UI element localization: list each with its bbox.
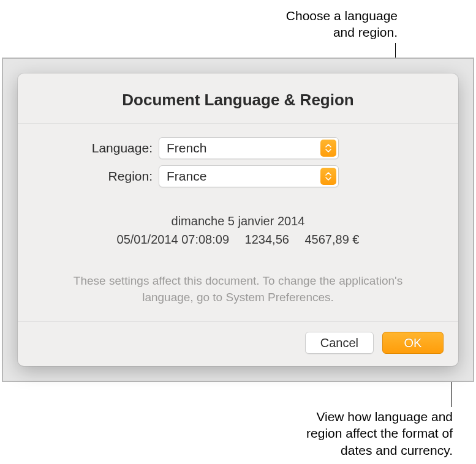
- cancel-button[interactable]: Cancel: [305, 332, 374, 354]
- chevron-up-down-icon: [320, 168, 336, 185]
- window-frame: Document Language & Region Language: Fre…: [2, 58, 474, 382]
- ok-button[interactable]: OK: [382, 332, 444, 354]
- language-popup[interactable]: French: [159, 137, 339, 159]
- callout-bottom: View how language andregion affect the f…: [306, 408, 453, 458]
- preview-line2: 05/01/2014 07:08:09 1234,56 4567,89 €: [55, 230, 421, 249]
- dialog-body: Language: French Region: France: [18, 124, 458, 321]
- language-row: Language: French: [55, 137, 421, 159]
- preview-number: 1234,56: [245, 233, 289, 246]
- language-region-dialog: Document Language & Region Language: Fre…: [18, 73, 458, 366]
- preview-date-long: dimanche 5 janvier 2014: [55, 212, 421, 230]
- region-row: Region: France: [55, 165, 421, 187]
- region-popup-value: France: [159, 169, 206, 184]
- language-popup-value: French: [159, 141, 206, 155]
- dialog-title: Document Language & Region: [18, 73, 458, 124]
- callout-top: Choose a languageand region.: [286, 7, 398, 41]
- preview-date-time: 05/01/2014 07:08:09: [117, 233, 230, 246]
- dialog-footer: Cancel OK: [18, 321, 458, 366]
- chevron-up-down-icon: [320, 140, 336, 157]
- hint-text: These settings affect this document. To …: [55, 273, 421, 305]
- region-popup[interactable]: France: [159, 165, 339, 187]
- preview-currency: 4567,89 €: [304, 233, 359, 246]
- language-label: Language:: [55, 141, 159, 155]
- region-label: Region:: [55, 169, 159, 184]
- format-preview: dimanche 5 janvier 2014 05/01/2014 07:08…: [55, 212, 421, 249]
